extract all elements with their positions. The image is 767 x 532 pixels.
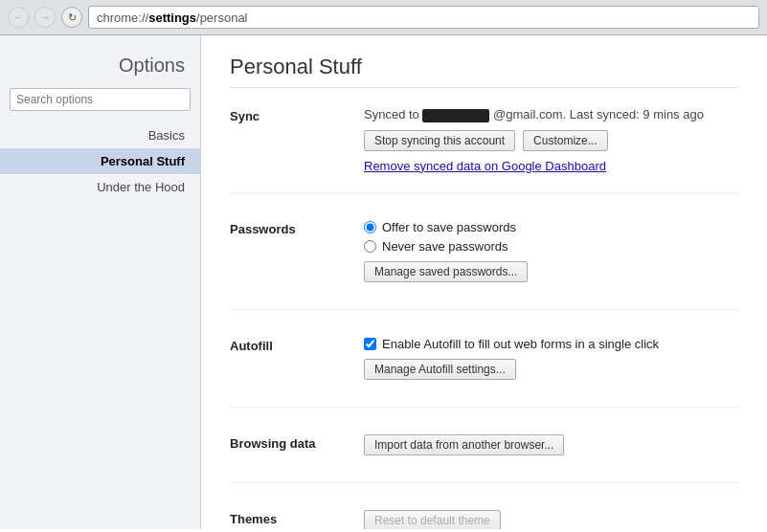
back-button[interactable]: ←	[8, 7, 29, 28]
sidebar-item-hood[interactable]: Under the Hood	[0, 174, 200, 200]
passwords-radio-group: Offer to save passwords Never save passw…	[364, 220, 738, 254]
customize-button[interactable]: Customize...	[523, 130, 608, 151]
browser-chrome: ← → ↻ chrome://settings/personal	[0, 0, 767, 35]
autofill-content: Enable Autofill to fill out web forms in…	[364, 337, 738, 388]
import-data-button[interactable]: Import data from another browser...	[364, 434, 564, 455]
themes-btn-row: Reset to default theme	[364, 510, 738, 529]
autofill-section: Autofill Enable Autofill to fill out web…	[230, 337, 738, 408]
sidebar-title: Options	[0, 45, 200, 88]
browsing-data-section: Browsing data Import data from another b…	[230, 434, 738, 483]
browsing-data-label: Browsing data	[230, 434, 364, 463]
sync-label: Sync	[230, 107, 364, 173]
manage-autofill-button[interactable]: Manage Autofill settings...	[364, 359, 516, 380]
themes-section: Themes Reset to default theme Get themes	[230, 510, 738, 529]
sidebar-item-personal[interactable]: Personal Stuff	[0, 148, 200, 174]
themes-content: Reset to default theme Get themes	[364, 510, 738, 529]
address-bar[interactable]: chrome://settings/personal	[88, 6, 759, 29]
autofill-checkbox-option[interactable]: Enable Autofill to fill out web forms in…	[364, 337, 738, 351]
offer-save-radio[interactable]	[364, 221, 376, 233]
sidebar-nav: Basics Personal Stuff Under the Hood	[0, 122, 200, 200]
page-layout: Options Basics Personal Stuff Under the …	[0, 35, 767, 529]
refresh-icon: ↻	[68, 11, 77, 24]
back-icon: ←	[13, 11, 24, 23]
never-save-label: Never save passwords	[382, 239, 508, 254]
sync-content: Synced to @gmail.com. Last synced: 9 min…	[364, 107, 738, 173]
remove-synced-data-link[interactable]: Remove synced data on Google Dashboard	[364, 159, 606, 173]
forward-button[interactable]: →	[34, 7, 56, 28]
stop-sync-button[interactable]: Stop syncing this account	[364, 130, 515, 151]
reset-theme-button[interactable]: Reset to default theme	[364, 510, 501, 529]
sidebar-item-basics[interactable]: Basics	[0, 122, 200, 148]
offer-save-label: Offer to save passwords	[382, 220, 516, 234]
browsing-data-content: Import data from another browser...	[364, 434, 738, 463]
sync-section: Sync Synced to @gmail.com. Last synced: …	[230, 107, 738, 193]
passwords-btn-row: Manage saved passwords...	[364, 261, 738, 282]
offer-save-option[interactable]: Offer to save passwords	[364, 220, 738, 234]
url-domain: settings	[148, 11, 196, 25]
sync-btn-row: Stop syncing this account Customize...	[364, 130, 738, 151]
sync-info: Synced to @gmail.com. Last synced: 9 min…	[364, 107, 738, 122]
manage-passwords-button[interactable]: Manage saved passwords...	[364, 261, 528, 282]
autofill-label: Autofill	[230, 337, 364, 388]
passwords-content: Offer to save passwords Never save passw…	[364, 220, 738, 290]
browser-toolbar: ← → ↻ chrome://settings/personal	[0, 0, 767, 34]
never-save-option[interactable]: Never save passwords	[364, 239, 738, 254]
refresh-button[interactable]: ↻	[61, 7, 82, 28]
sync-info-prefix: Synced to	[364, 107, 419, 122]
search-input[interactable]	[10, 88, 191, 111]
themes-label: Themes	[230, 510, 364, 529]
sync-info-suffix: @gmail.com. Last synced: 9 mins ago	[493, 107, 704, 122]
passwords-label: Passwords	[230, 220, 364, 290]
sync-email-redacted	[422, 109, 489, 122]
autofill-btn-row: Manage Autofill settings...	[364, 359, 738, 380]
browsing-data-btn-row: Import data from another browser...	[364, 434, 738, 455]
forward-icon: →	[40, 11, 51, 23]
sidebar: Options Basics Personal Stuff Under the …	[0, 35, 201, 529]
page-title: Personal Stuff	[230, 55, 738, 88]
url-protocol: chrome://	[97, 11, 148, 25]
passwords-section: Passwords Offer to save passwords Never …	[230, 220, 738, 310]
never-save-radio[interactable]	[364, 240, 376, 253]
autofill-checkbox[interactable]	[364, 338, 376, 350]
content-area: Personal Stuff Sync Synced to @gmail.com…	[201, 35, 767, 529]
autofill-checkbox-label: Enable Autofill to fill out web forms in…	[382, 337, 659, 351]
url-path: /personal	[196, 11, 247, 25]
